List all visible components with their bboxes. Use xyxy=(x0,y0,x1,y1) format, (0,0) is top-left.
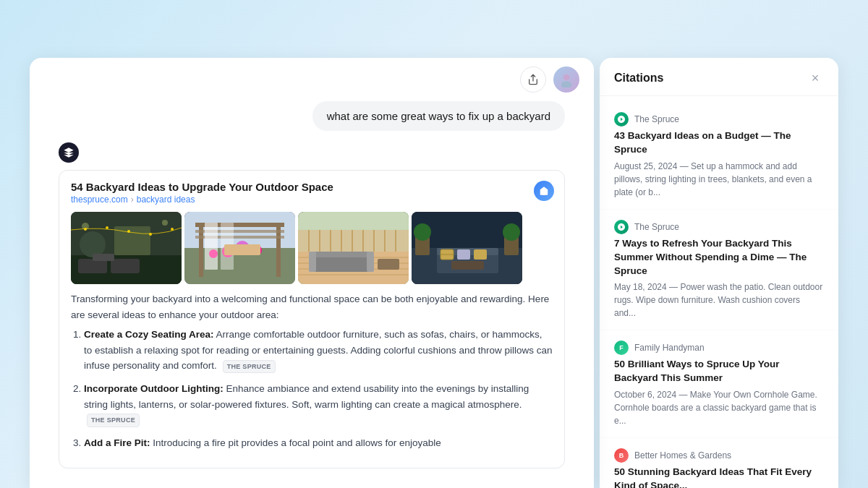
svg-point-58 xyxy=(503,223,520,241)
citation-1-dot xyxy=(614,112,629,127)
svg-point-10 xyxy=(106,226,109,229)
svg-rect-64 xyxy=(457,249,470,260)
item-1-source: THE SPRUCE xyxy=(223,360,276,373)
app-container: what are some great ways to fix up a bac… xyxy=(0,0,868,488)
result-card: 54 Backyard Ideas to Upgrade Your Outdoo… xyxy=(59,170,565,468)
close-citations-button[interactable]: × xyxy=(807,69,824,87)
citation-3-snippet: October 6, 2024 — Make Your Own Cornhole… xyxy=(614,388,824,427)
svg-rect-52 xyxy=(378,259,399,270)
citation-1-title: 43 Backyard Ideas on a Budget — The Spru… xyxy=(614,129,824,157)
item-1-label: Create a Cozy Seating Area: xyxy=(84,329,214,340)
item-3-label: Add a Fire Pit: xyxy=(84,437,150,448)
svg-point-9 xyxy=(84,228,87,231)
citation-4-source: B Better Homes & Gardens xyxy=(614,448,824,463)
svg-rect-30 xyxy=(224,244,260,255)
user-message: what are some great ways to fix up a bac… xyxy=(312,101,565,131)
citations-list: The Spruce 43 Backyard Ideas on a Budget… xyxy=(600,96,838,488)
svg-rect-49 xyxy=(312,252,370,257)
citation-item-4[interactable]: B Better Homes & Gardens 50 Stunning Bac… xyxy=(600,438,838,488)
svg-rect-50 xyxy=(309,252,316,272)
main-panel: what are some great ways to fix up a bac… xyxy=(30,58,594,488)
chat-area: what are some great ways to fix up a bac… xyxy=(30,101,594,488)
list-item-2: Incorporate Outdoor Lighting: Enhance am… xyxy=(84,381,553,428)
user-message-text: what are some great ways to fix up a bac… xyxy=(327,110,550,122)
result-images xyxy=(71,212,553,284)
share-button[interactable] xyxy=(520,67,546,93)
citation-2-dot xyxy=(614,220,629,234)
citation-2-title: 7 Ways to Refresh Your Backyard This Sum… xyxy=(614,237,824,278)
source-domain: thespruce.com xyxy=(71,194,128,205)
result-body-text: Transforming your backyard into a welcom… xyxy=(71,291,553,322)
result-body: Transforming your backyard into a welcom… xyxy=(71,291,553,450)
avatar[interactable] xyxy=(553,67,579,93)
svg-point-11 xyxy=(127,230,130,233)
citation-2-source: The Spruce xyxy=(614,220,824,234)
citation-4-title: 50 Stunning Backyard Ideas That Fit Ever… xyxy=(614,466,824,488)
list-item-1: Create a Cozy Seating Area: Arrange comf… xyxy=(84,327,553,374)
svg-point-2 xyxy=(561,81,572,87)
citation-3-source-name: Family Handyman xyxy=(634,343,705,353)
citations-panel: Citations × The Spruce 43 Backyard Ideas… xyxy=(600,58,838,488)
citation-3-source: F Family Handyman xyxy=(614,341,824,355)
svg-rect-24 xyxy=(205,223,218,270)
result-image-3 xyxy=(298,212,409,284)
numbered-list: Create a Cozy Seating Area: Arrange comf… xyxy=(71,327,553,450)
svg-rect-51 xyxy=(367,252,374,272)
citation-3-title: 50 Brilliant Ways to Spruce Up Your Back… xyxy=(614,358,824,385)
result-title: 54 Backyard Ideas to Upgrade Your Outdoo… xyxy=(71,181,553,193)
result-image-1 xyxy=(71,212,182,284)
citation-1-source-name: The Spruce xyxy=(634,114,679,124)
item-3-text: Introducing a fire pit provides a focal … xyxy=(153,437,441,448)
ai-response: 54 Backyard Ideas to Upgrade Your Outdoo… xyxy=(59,142,565,468)
citation-3-dot: F xyxy=(614,341,629,355)
citation-1-source: The Spruce xyxy=(614,112,824,127)
result-image-2 xyxy=(184,212,295,284)
svg-rect-65 xyxy=(474,249,487,260)
svg-rect-38 xyxy=(298,230,409,252)
svg-point-29 xyxy=(209,249,218,258)
svg-rect-16 xyxy=(93,254,114,261)
source-path: backyard ideas xyxy=(137,194,195,205)
citation-item-2[interactable]: The Spruce 7 Ways to Refresh Your Backya… xyxy=(600,210,838,331)
citation-item-1[interactable]: The Spruce 43 Backyard Ideas on a Budget… xyxy=(600,102,838,210)
svg-point-56 xyxy=(414,223,431,241)
citation-4-source-name: Better Homes & Gardens xyxy=(634,450,731,461)
svg-point-1 xyxy=(563,74,570,81)
svg-point-5 xyxy=(80,231,106,257)
ai-header xyxy=(59,142,565,163)
svg-point-8 xyxy=(162,220,168,226)
item-2-label: Incorporate Outdoor Lighting: xyxy=(84,383,224,394)
home-icon xyxy=(534,181,554,201)
result-source: thespruce.com › backyard ideas xyxy=(71,194,553,205)
svg-point-13 xyxy=(171,228,174,231)
svg-point-12 xyxy=(149,233,152,236)
svg-rect-66 xyxy=(451,261,484,270)
result-image-4 xyxy=(412,212,522,284)
ai-logo xyxy=(59,142,79,163)
top-bar xyxy=(30,58,594,101)
citations-header: Citations × xyxy=(600,58,838,96)
source-separator: › xyxy=(131,194,134,205)
list-item-3: Add a Fire Pit: Introducing a fire pit p… xyxy=(84,435,553,451)
svg-rect-15 xyxy=(111,259,140,273)
citation-4-dot: B xyxy=(614,448,629,463)
citation-2-snippet: May 18, 2024 — Power wash the patio. Cle… xyxy=(614,281,824,320)
citation-item-3[interactable]: F Family Handyman 50 Brilliant Ways to S… xyxy=(600,330,838,438)
item-2-source: THE SPRUCE xyxy=(87,414,140,427)
citation-1-snippet: August 25, 2024 — Set up a hammock and a… xyxy=(614,160,824,199)
citations-title: Citations xyxy=(614,72,663,85)
citation-2-source-name: The Spruce xyxy=(634,222,679,232)
